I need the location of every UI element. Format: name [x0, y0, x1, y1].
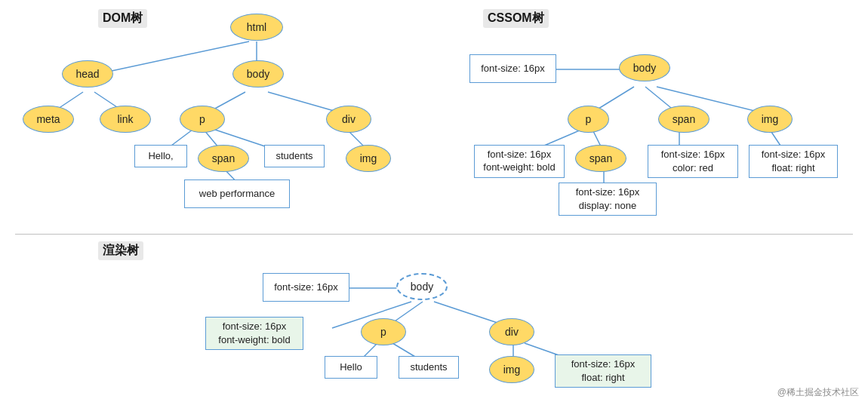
node-result-body: body [396, 273, 448, 300]
node-span-dom: span [198, 145, 249, 172]
node-body-dom: body [232, 60, 284, 87]
node-fontsize-float-right: font-size: 16pxfloat: right [749, 145, 838, 178]
node-fontsize-display-none: font-size: 16pxdisplay: none [559, 183, 657, 216]
node-head: head [62, 60, 113, 87]
node-students-text: students [264, 145, 325, 167]
node-html: html [230, 14, 283, 41]
node-result-students: students [399, 356, 459, 379]
node-result-p: p [361, 318, 406, 345]
node-fontsize-color-red: font-size: 16pxcolor: red [648, 145, 738, 178]
watermark: @稀土掘金技术社区 [777, 386, 859, 399]
section-cssom-label: CSSOM树 [483, 9, 549, 28]
node-web-performance: web performance [184, 179, 290, 208]
node-img-cssom: img [747, 106, 793, 133]
node-hello-text: Hello, [134, 145, 187, 167]
node-p-cssom: p [568, 106, 609, 133]
node-result-fontsize-top: font-size: 16px [263, 273, 349, 302]
node-div-dom: div [326, 106, 371, 133]
node-fontsize-top: font-size: 16px [469, 54, 556, 83]
node-result-hello: Hello [325, 356, 377, 379]
node-result-fontsize-float-right: font-size: 16pxfloat: right [555, 354, 651, 388]
node-p-dom: p [180, 106, 225, 133]
svg-line-0 [91, 41, 249, 75]
node-body-cssom: body [619, 54, 670, 81]
node-link: link [100, 106, 151, 133]
section-result-label: 渲染树 [98, 241, 143, 260]
node-fontsize-bold: font-size: 16pxfont-weight: bold [474, 145, 565, 178]
node-span-cssom: span [658, 106, 709, 133]
section-divider [15, 234, 853, 235]
node-result-div: div [489, 318, 534, 345]
node-result-fontsize-bold: font-size: 16pxfont-weight: bold [205, 317, 303, 350]
node-img-dom: img [346, 145, 391, 172]
node-result-img: img [489, 356, 534, 383]
diagram-container: DOM树 html head body meta link p div Hell… [0, 0, 868, 405]
section-dom-label: DOM树 [98, 9, 147, 28]
lines-svg [0, 0, 868, 405]
node-span-p-cssom: span [575, 145, 626, 172]
node-meta: meta [23, 106, 74, 133]
